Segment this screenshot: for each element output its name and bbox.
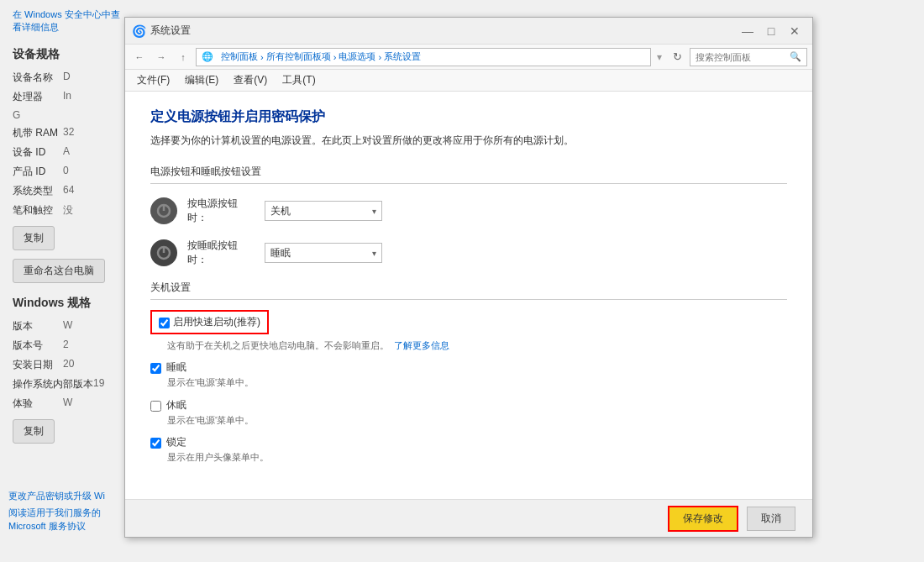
sleep-button-value: 睡眠 [270,246,291,260]
processor-extra-row: G [13,109,122,121]
security-center-link[interactable]: 在 Windows 安全中心中查看详细信息 [13,8,122,34]
experience-row: 体验 W [13,397,122,411]
device-section-title: 设备规格 [13,47,122,62]
lock-row: 锁定 显示在用户头像菜单中。 [150,435,787,464]
lock-checkbox[interactable] [150,438,161,449]
back-button[interactable]: ← [130,48,149,66]
bottom-links: 更改产品密钥或升级 Wi 阅读适用于我们服务的 Microsoft 服务协议 [8,490,130,537]
power-button-section: 电源按钮和睡眠按钮设置 [150,165,787,184]
menu-bar: 文件(F) 编辑(E) 查看(V) 工具(T) [125,70,812,92]
sleep-button-label: 按睡眠按钮时： [187,239,255,267]
search-input[interactable] [696,52,788,62]
build-row: 版本号 2 [13,339,122,353]
window-title: 系统设置 [150,24,737,38]
version-value: W [63,319,72,334]
version-label: 版本 [13,319,63,334]
hibernate-checkbox[interactable] [150,401,161,412]
power-button-dropdown[interactable]: 关机 ▾ [265,201,382,221]
pen-row: 笔和触控 没 [13,203,122,218]
left-panel: 在 Windows 安全中心中查看详细信息 设备规格 设备名称 D 处理器 In… [0,0,134,562]
os-row: 操作系统内部版本 19 [13,377,122,391]
sleep-button-icon [150,239,177,266]
copy-button-2[interactable]: 复制 [13,419,55,444]
path-allitems[interactable]: 所有控制面板项 [266,50,331,63]
up-button[interactable]: ↑ [174,48,192,66]
copy-button-1[interactable]: 复制 [13,226,55,250]
hibernate-label: 休眠 [166,398,186,412]
system-type-label: 系统类型 [13,184,63,198]
search-box[interactable]: 🔍 [690,48,807,66]
version-row: 版本 W [13,319,122,334]
address-bar: ← → ↑ 🌐 控制面板 › 所有控制面板项 › 电源选项 › 系统设置 ▾ ↻… [125,45,812,70]
power-button-label: 按电源按钮时： [187,197,255,225]
maximize-button[interactable]: □ [760,23,782,39]
processor-extra: G [13,109,20,121]
forward-button[interactable]: → [152,48,171,66]
fast-startup-label: 启用快速启动(推荐) [173,315,260,329]
learn-more-link[interactable]: 了解更多信息 [394,340,449,350]
close-button[interactable]: ✕ [784,23,806,39]
device-name-label: 设备名称 [13,71,63,85]
path-poweroptions[interactable]: 电源选项 [339,50,375,63]
hibernate-row: 休眠 显示在'电源'菜单中。 [150,398,787,427]
power-button-icon [150,197,177,224]
ram-label: 机带 RAM [13,126,63,140]
menu-file[interactable]: 文件(F) [132,71,175,89]
pen-value: 没 [63,203,73,218]
save-button[interactable]: 保存修改 [668,506,738,532]
rename-button[interactable]: 重命名这台电脑 [13,259,105,283]
window-icon: 🌀 [132,24,145,38]
product-id-value: 0 [63,165,69,179]
product-id-label: 产品 ID [13,165,63,179]
chevron-down-icon-2: ▾ [372,249,376,258]
ram-value: 32 [63,126,74,140]
shutdown-section-title: 关机设置 [150,281,787,300]
menu-edit[interactable]: 编辑(E) [180,71,223,89]
experience-label: 体验 [13,397,63,411]
title-bar: 🌀 系统设置 — □ ✕ [125,18,812,45]
experience-value: W [63,397,72,411]
sleep-row: 睡眠 显示在'电源'菜单中。 [150,360,787,389]
path-systemsettings[interactable]: 系统设置 [384,50,421,63]
product-id-row: 产品 ID 0 [13,165,122,179]
content-area: 定义电源按钮并启用密码保护 选择要为你的计算机设置的电源设置。在此页上对设置所做… [125,92,812,499]
window-controls: — □ ✕ [737,23,806,39]
fast-startup-checkbox[interactable] [159,318,170,328]
page-title: 定义电源按钮并启用密码保护 [150,108,787,126]
system-type-row: 系统类型 64 [13,184,122,198]
fast-startup-checkbox-box: 启用快速启动(推荐) [150,310,269,334]
address-path[interactable]: 🌐 控制面板 › 所有控制面板项 › 电源选项 › 系统设置 [196,48,651,66]
system-settings-window: 🌀 系统设置 — □ ✕ ← → ↑ 🌐 控制面板 › 所有控制面板项 › 电源… [124,17,813,538]
processor-label: 处理器 [13,90,63,104]
ms-agreement-link[interactable]: 阅读适用于我们服务的 Microsoft 服务协议 [8,507,130,533]
shutdown-section: 关机设置 启用快速启动(推荐) 这有助于在关机之后更快地启动电脑。不会影响重启。… [150,281,787,465]
upgrade-link[interactable]: 更改产品密钥或升级 Wi [8,490,130,502]
chevron-down-icon: ▾ [372,207,376,216]
device-id-row: 设备 ID A [13,145,122,160]
windows-section-title: Windows 规格 [13,296,122,311]
build-value: 2 [63,339,69,353]
menu-view[interactable]: 查看(V) [228,71,272,89]
path-controlpanel[interactable]: 控制面板 [221,50,258,63]
path-icon: 🌐 [202,51,213,62]
device-name-row: 设备名称 D [13,71,122,85]
device-id-value: A [63,145,70,160]
install-value: 20 [63,358,74,372]
power-button-value: 关机 [270,204,291,218]
os-label: 操作系统内部版本 [13,377,93,391]
install-row: 安装日期 20 [13,358,122,372]
pen-label: 笔和触控 [13,203,63,218]
sleep-checkbox[interactable] [150,363,161,374]
path-sep-0 [216,52,218,62]
ram-row: 机带 RAM 32 [13,126,122,140]
lock-desc: 显示在用户头像菜单中。 [167,451,269,464]
sleep-label: 睡眠 [166,360,186,375]
menu-tools[interactable]: 工具(T) [277,71,320,89]
sleep-button-dropdown[interactable]: 睡眠 ▾ [265,243,382,263]
processor-row: 处理器 In [13,90,122,104]
hibernate-desc: 显示在'电源'菜单中。 [167,414,254,427]
cancel-button[interactable]: 取消 [747,507,795,531]
minimize-button[interactable]: — [737,23,759,39]
page-desc: 选择要为你的计算机设置的电源设置。在此页上对设置所做的更改将应用于你所有的电源计… [150,133,787,148]
refresh-button[interactable]: ↻ [668,48,686,66]
